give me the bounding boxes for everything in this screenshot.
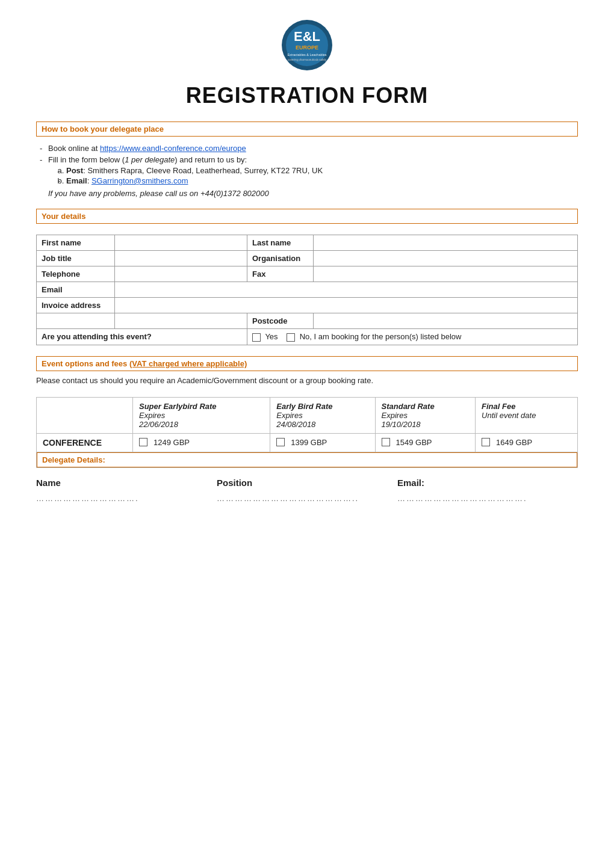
conference-link[interactable]: https://www.eandl-conference.com/europe [100,144,246,153]
name-row: First name Last name [37,235,578,251]
price-checkbox-4[interactable] [482,438,490,446]
yes-checkbox[interactable] [252,333,261,342]
your-details-section: Your details [36,209,578,224]
your-details-header: Your details [36,209,578,224]
last-name-label: Last name [247,235,314,251]
post-item: Post: Smithers Rapra, Cleeve Road, Leath… [66,166,578,175]
conference-label: CONFERENCE [37,433,133,452]
postcode-empty2 [115,313,247,329]
price-checkbox-1[interactable] [139,438,147,446]
telephone-field[interactable] [115,266,247,282]
final-fee-price: 1649 GBP [476,433,578,452]
delegate-details-header: Delegate Details: [37,452,577,467]
details-form-table: First name Last name Job title Organisat… [36,235,578,345]
svg-text:covering pharmaceuticals safel: covering pharmaceuticals safely [288,58,327,61]
tel-fax-row: Telephone Fax [37,266,578,282]
event-options-header: Event options and fees (VAT charged wher… [36,356,578,371]
delegate-email-dots: ……………………………………. [397,494,578,503]
logo-area: E&L EUROPE Extractables & Leachables cov… [36,18,578,72]
book-online-item: Book online at https://www.eandl-confere… [48,144,578,153]
delegate-email-col: Email: ……………………………………. [397,478,578,503]
final-fee-header: Final Fee Until event date [476,397,578,433]
delegate-name-dots: ……………………………. [36,494,217,503]
email-field[interactable] [115,282,578,298]
fill-form-item: Fill in the form below (1 per delegate) … [48,155,578,185]
call-note: If you have any problems, please call us… [36,189,578,198]
attending-row: Are you attending this event? Yes No, I … [37,329,578,345]
pricing-header-row: Super Earlybird Rate Expires 22/06/2018 … [37,397,578,433]
delegate-name-col: Name ……………………………. [36,478,217,503]
telephone-label: Telephone [37,266,115,282]
super-earlybird-price: 1249 GBP [133,433,270,452]
standard-rate-header: Standard Rate Expires 19/10/2018 [375,397,476,433]
super-earlybird-header: Super Earlybird Rate Expires 22/06/2018 [133,397,270,433]
conference-row: CONFERENCE 1249 GBP 1399 GBP 1549 GBP [37,433,578,452]
email-label: Email [37,282,115,298]
postcode-row: Postcode [37,313,578,329]
how-to-book-section: How to book your delegate place Book onl… [36,122,578,198]
no-label: No, I am booking for the person(s) liste… [300,332,462,341]
svg-text:EUROPE: EUROPE [296,45,318,51]
vat-note: (VAT charged where applicable) [129,359,247,368]
standard-rate-price: 1549 GBP [375,433,476,452]
contact-note: Please contact us should you require an … [36,376,578,385]
pricing-table: Super Earlybird Rate Expires 22/06/2018 … [36,397,578,468]
no-checkbox[interactable] [287,333,295,342]
invoice-address-label: Invoice address [37,298,115,313]
job-org-row: Job title Organisation [37,251,578,266]
delegate-position-dots: ……………………………………….. [217,494,397,503]
invoice-row: Invoice address [37,298,578,313]
postcode-field[interactable] [314,313,578,329]
empty-header-cell [37,397,133,433]
postcode-label: Postcode [247,313,314,329]
logo: E&L EUROPE Extractables & Leachables cov… [265,18,349,72]
delegate-email-label: Email: [397,478,578,488]
postcode-empty [37,313,115,329]
attending-label: Are you attending this event? [37,329,247,345]
yes-label: Yes [265,332,278,341]
how-to-book-header: How to book your delegate place [36,122,578,137]
delegate-info-row: Name ……………………………. Position …………………………………… [36,478,578,503]
email-link[interactable]: SGarrington@smithers.com [91,176,188,185]
svg-text:Extractables & Leachables: Extractables & Leachables [287,53,326,57]
delegate-details-cell: Delegate Details: [37,452,578,467]
organisation-field[interactable] [314,251,578,266]
first-name-field[interactable] [115,235,247,251]
early-bird-price: 1399 GBP [270,433,375,452]
last-name-field[interactable] [314,235,578,251]
email-item: Email: SGarrington@smithers.com [66,176,578,185]
price-checkbox-2[interactable] [276,438,285,446]
attending-options: Yes No, I am booking for the person(s) l… [247,329,578,345]
fax-field[interactable] [314,266,578,282]
page-title: REGISTRATION FORM [36,83,578,108]
job-title-label: Job title [37,251,115,266]
delegate-name-label: Name [36,478,217,488]
delegate-details-row: Delegate Details: [37,452,578,467]
invoice-address-field[interactable] [115,298,578,313]
event-options-section: Event options and fees (VAT charged wher… [36,356,578,385]
delegate-position-col: Position ……………………………………….. [217,478,397,503]
fax-label: Fax [247,266,314,282]
job-title-field[interactable] [115,251,247,266]
svg-text:E&L: E&L [294,29,320,44]
price-checkbox-3[interactable] [382,438,390,446]
delegate-position-label: Position [217,478,397,488]
email-row: Email [37,282,578,298]
early-bird-header: Early Bird Rate Expires 24/08/2018 [270,397,375,433]
organisation-label: Organisation [247,251,314,266]
first-name-label: First name [37,235,115,251]
